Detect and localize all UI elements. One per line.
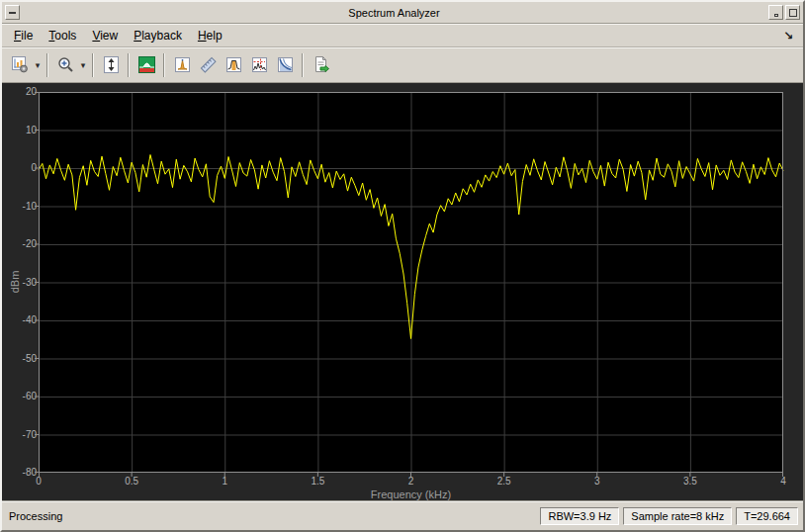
x-tick: 3.5 xyxy=(683,476,697,488)
distortion-measurements-button[interactable] xyxy=(195,52,221,78)
configuration-properties-icon xyxy=(11,55,30,74)
menu-playback[interactable]: Playback xyxy=(126,26,190,45)
spectral-mask-button[interactable] xyxy=(272,52,298,78)
y-tick-labels: 20100-10-20-30-40-50-60-70-80 xyxy=(2,92,37,473)
plot-canvas[interactable] xyxy=(39,92,783,473)
window-title: Spectrum Analyzer xyxy=(20,7,768,19)
toolbar-separator xyxy=(163,53,165,77)
peak-finder-icon xyxy=(173,55,192,74)
zoom-in-button[interactable] xyxy=(52,52,78,78)
minimize-icon xyxy=(774,14,778,17)
toolbar-separator xyxy=(92,53,94,77)
window-menu-button[interactable] xyxy=(5,5,20,20)
menu-help[interactable]: Help xyxy=(190,26,230,45)
generate-script-button[interactable] xyxy=(308,52,333,78)
dock-arrow-icon[interactable]: ↘ xyxy=(777,29,799,43)
channel-measurements-button[interactable] xyxy=(221,52,246,78)
menu-bar: FileToolsViewPlaybackHelp ↘ xyxy=(2,24,803,47)
y-tick: -80 xyxy=(3,467,37,479)
toolbar-separator xyxy=(46,53,48,77)
menu-view[interactable]: View xyxy=(84,26,126,45)
spectrum-plot xyxy=(39,92,783,473)
y-tick: -20 xyxy=(3,238,37,250)
channel-measurements-icon xyxy=(224,55,243,74)
spectrum-analyzer-window: Spectrum Analyzer FileToolsViewPlaybackH… xyxy=(0,0,805,532)
x-tick: 1 xyxy=(222,476,227,488)
maximize-button[interactable] xyxy=(785,5,800,20)
title-bar[interactable]: Spectrum Analyzer xyxy=(2,2,803,24)
menu-file[interactable]: File xyxy=(6,26,41,45)
y-tick: 10 xyxy=(3,125,37,136)
status-time: T=29.664 xyxy=(736,507,798,525)
toolbar-separator xyxy=(302,53,304,77)
toolbar: ▾ ▾ xyxy=(2,47,803,83)
span-icon xyxy=(102,55,121,74)
spectrum-settings-icon xyxy=(137,55,156,74)
spectral-mask-icon xyxy=(276,55,295,74)
status-bar: Processing RBW=3.9 Hz Sample rate=8 kHz … xyxy=(2,500,803,530)
span-button[interactable] xyxy=(98,52,124,78)
configuration-properties-dropdown[interactable]: ▾ xyxy=(33,60,43,70)
generate-script-icon xyxy=(312,55,330,74)
y-tick: -30 xyxy=(3,277,37,289)
zoom-in-dropdown[interactable]: ▾ xyxy=(78,60,88,70)
x-tick: 1.5 xyxy=(311,476,324,488)
y-tick: -60 xyxy=(3,391,37,402)
peak-finder-button[interactable] xyxy=(169,52,195,78)
y-tick: 20 xyxy=(3,86,37,98)
y-tick: -10 xyxy=(3,201,37,213)
x-tick: 3 xyxy=(594,476,600,488)
toolbar-separator xyxy=(128,53,130,77)
menu-tools[interactable]: Tools xyxy=(41,26,84,45)
configuration-properties-button[interactable] xyxy=(7,52,33,78)
status-rbw: RBW=3.9 Hz xyxy=(540,507,619,525)
status-message: Processing xyxy=(7,510,536,522)
y-tick: -70 xyxy=(3,429,37,441)
x-tick-labels: 00.511.522.533.54 xyxy=(39,476,783,488)
ccdf-measurements-button[interactable] xyxy=(246,52,272,78)
ccdf-measurements-icon xyxy=(250,55,269,74)
x-tick: 2.5 xyxy=(497,476,511,488)
distortion-measurements-icon xyxy=(199,55,218,74)
x-tick: 2 xyxy=(408,476,414,488)
spectrum-settings-button[interactable] xyxy=(134,52,159,78)
zoom-in-icon xyxy=(56,55,75,74)
x-tick: 0 xyxy=(36,476,42,488)
x-tick: 4 xyxy=(780,476,786,488)
y-tick: 0 xyxy=(3,162,37,174)
y-tick: -40 xyxy=(3,314,37,326)
minimize-button[interactable] xyxy=(768,5,783,20)
x-tick: 0.5 xyxy=(125,476,138,488)
window-menu-icon xyxy=(9,12,16,14)
y-tick: -50 xyxy=(3,353,37,365)
x-axis-label: Frequency (kHz) xyxy=(39,488,783,500)
figure-area: dBm 20100-10-20-30-40-50-60-70-80 00.511… xyxy=(2,83,803,500)
status-sample-rate: Sample rate=8 kHz xyxy=(623,507,732,525)
maximize-icon xyxy=(789,9,797,17)
